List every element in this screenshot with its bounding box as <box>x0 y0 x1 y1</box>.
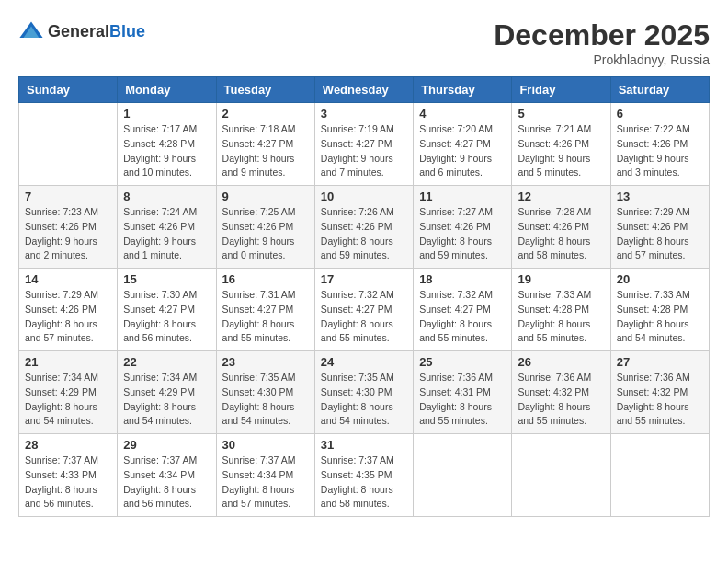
column-header-tuesday: Tuesday <box>216 77 314 103</box>
calendar-cell: 3Sunrise: 7:19 AMSunset: 4:27 PMDaylight… <box>314 103 413 186</box>
calendar-cell: 19Sunrise: 7:33 AMSunset: 4:28 PMDayligh… <box>512 269 610 351</box>
day-info: Sunrise: 7:23 AMSunset: 4:26 PMDaylight:… <box>25 205 111 263</box>
day-info: Sunrise: 7:37 AMSunset: 4:33 PMDaylight:… <box>25 454 111 511</box>
day-number: 21 <box>25 355 111 369</box>
day-info: Sunrise: 7:36 AMSunset: 4:32 PMDaylight:… <box>518 371 604 429</box>
day-info: Sunrise: 7:24 AMSunset: 4:26 PMDaylight:… <box>123 205 210 263</box>
calendar-cell: 14Sunrise: 7:29 AMSunset: 4:26 PMDayligh… <box>19 269 118 351</box>
logo-text: General Blue <box>48 22 145 41</box>
day-info: Sunrise: 7:36 AMSunset: 4:32 PMDaylight:… <box>617 371 703 429</box>
calendar-cell: 8Sunrise: 7:24 AMSunset: 4:26 PMDaylight… <box>118 186 216 269</box>
day-number: 30 <box>222 438 309 452</box>
day-info: Sunrise: 7:28 AMSunset: 4:26 PMDaylight:… <box>518 205 604 263</box>
day-number: 19 <box>518 272 604 286</box>
day-info: Sunrise: 7:33 AMSunset: 4:28 PMDaylight:… <box>617 288 703 346</box>
day-number: 8 <box>123 190 210 203</box>
calendar-cell: 2Sunrise: 7:18 AMSunset: 4:27 PMDaylight… <box>216 103 314 186</box>
day-number: 2 <box>222 107 309 121</box>
calendar-week-row: 7Sunrise: 7:23 AMSunset: 4:26 PMDaylight… <box>19 186 710 269</box>
calendar-cell: 16Sunrise: 7:31 AMSunset: 4:27 PMDayligh… <box>216 269 314 351</box>
calendar-cell <box>512 434 610 517</box>
calendar-cell: 26Sunrise: 7:36 AMSunset: 4:32 PMDayligh… <box>512 351 610 434</box>
day-info: Sunrise: 7:27 AMSunset: 4:26 PMDaylight:… <box>419 205 506 263</box>
day-info: Sunrise: 7:32 AMSunset: 4:27 PMDaylight:… <box>321 288 407 346</box>
day-number: 25 <box>419 355 506 369</box>
logo-general: General <box>48 22 109 41</box>
day-info: Sunrise: 7:19 AMSunset: 4:27 PMDaylight:… <box>321 122 407 180</box>
calendar-cell <box>19 103 118 186</box>
calendar-cell: 22Sunrise: 7:34 AMSunset: 4:29 PMDayligh… <box>118 351 216 434</box>
calendar-week-row: 14Sunrise: 7:29 AMSunset: 4:26 PMDayligh… <box>19 269 710 351</box>
day-number: 4 <box>419 107 506 121</box>
day-number: 29 <box>123 438 210 452</box>
calendar-cell: 25Sunrise: 7:36 AMSunset: 4:31 PMDayligh… <box>414 351 512 434</box>
day-info: Sunrise: 7:29 AMSunset: 4:26 PMDaylight:… <box>617 205 703 263</box>
day-number: 15 <box>123 272 210 286</box>
calendar-cell: 24Sunrise: 7:35 AMSunset: 4:30 PMDayligh… <box>314 351 413 434</box>
day-number: 17 <box>321 272 407 286</box>
day-info: Sunrise: 7:37 AMSunset: 4:34 PMDaylight:… <box>222 454 309 511</box>
calendar-cell: 15Sunrise: 7:30 AMSunset: 4:27 PMDayligh… <box>118 269 216 351</box>
day-number: 13 <box>617 190 703 203</box>
day-number: 28 <box>25 438 111 452</box>
day-info: Sunrise: 7:37 AMSunset: 4:35 PMDaylight:… <box>321 454 407 511</box>
day-info: Sunrise: 7:21 AMSunset: 4:26 PMDaylight:… <box>518 122 604 180</box>
day-info: Sunrise: 7:26 AMSunset: 4:26 PMDaylight:… <box>321 205 407 263</box>
day-number: 3 <box>321 107 407 121</box>
column-header-sunday: Sunday <box>19 77 118 103</box>
month-title: December 2025 <box>494 18 710 52</box>
logo-icon <box>18 18 44 44</box>
day-number: 11 <box>419 190 506 203</box>
calendar-cell: 12Sunrise: 7:28 AMSunset: 4:26 PMDayligh… <box>512 186 610 269</box>
calendar-cell: 6Sunrise: 7:22 AMSunset: 4:26 PMDaylight… <box>610 103 709 186</box>
day-info: Sunrise: 7:34 AMSunset: 4:29 PMDaylight:… <box>123 371 210 429</box>
calendar-cell: 23Sunrise: 7:35 AMSunset: 4:30 PMDayligh… <box>216 351 314 434</box>
day-info: Sunrise: 7:32 AMSunset: 4:27 PMDaylight:… <box>419 288 506 346</box>
calendar-table: SundayMondayTuesdayWednesdayThursdayFrid… <box>18 76 710 517</box>
calendar-cell: 7Sunrise: 7:23 AMSunset: 4:26 PMDaylight… <box>19 186 118 269</box>
day-number: 1 <box>123 107 210 121</box>
day-number: 20 <box>617 272 703 286</box>
calendar-cell: 5Sunrise: 7:21 AMSunset: 4:26 PMDaylight… <box>512 103 610 186</box>
calendar-cell: 21Sunrise: 7:34 AMSunset: 4:29 PMDayligh… <box>19 351 118 434</box>
calendar-cell: 20Sunrise: 7:33 AMSunset: 4:28 PMDayligh… <box>610 269 709 351</box>
day-info: Sunrise: 7:36 AMSunset: 4:31 PMDaylight:… <box>419 371 506 429</box>
day-number: 24 <box>321 355 407 369</box>
page-header: General Blue December 2025 Prokhladnyy, … <box>18 18 710 67</box>
calendar-cell: 9Sunrise: 7:25 AMSunset: 4:26 PMDaylight… <box>216 186 314 269</box>
calendar-header-row: SundayMondayTuesdayWednesdayThursdayFrid… <box>19 77 710 103</box>
day-info: Sunrise: 7:29 AMSunset: 4:26 PMDaylight:… <box>25 288 111 346</box>
day-number: 27 <box>617 355 703 369</box>
column-header-monday: Monday <box>118 77 216 103</box>
calendar-cell: 28Sunrise: 7:37 AMSunset: 4:33 PMDayligh… <box>19 434 118 517</box>
calendar-cell: 29Sunrise: 7:37 AMSunset: 4:34 PMDayligh… <box>118 434 216 517</box>
calendar-cell: 27Sunrise: 7:36 AMSunset: 4:32 PMDayligh… <box>610 351 709 434</box>
day-number: 23 <box>222 355 309 369</box>
calendar-cell: 18Sunrise: 7:32 AMSunset: 4:27 PMDayligh… <box>414 269 512 351</box>
calendar-cell: 4Sunrise: 7:20 AMSunset: 4:27 PMDaylight… <box>414 103 512 186</box>
calendar-cell <box>610 434 709 517</box>
calendar-cell: 1Sunrise: 7:17 AMSunset: 4:28 PMDaylight… <box>118 103 216 186</box>
day-info: Sunrise: 7:33 AMSunset: 4:28 PMDaylight:… <box>518 288 604 346</box>
day-number: 9 <box>222 190 309 203</box>
day-number: 5 <box>518 107 604 121</box>
calendar-cell: 11Sunrise: 7:27 AMSunset: 4:26 PMDayligh… <box>414 186 512 269</box>
day-info: Sunrise: 7:35 AMSunset: 4:30 PMDaylight:… <box>321 371 407 429</box>
day-info: Sunrise: 7:18 AMSunset: 4:27 PMDaylight:… <box>222 122 309 180</box>
day-info: Sunrise: 7:37 AMSunset: 4:34 PMDaylight:… <box>123 454 210 511</box>
column-header-saturday: Saturday <box>610 77 709 103</box>
day-info: Sunrise: 7:31 AMSunset: 4:27 PMDaylight:… <box>222 288 309 346</box>
column-header-friday: Friday <box>512 77 610 103</box>
day-number: 7 <box>25 190 111 203</box>
column-header-wednesday: Wednesday <box>314 77 413 103</box>
calendar-week-row: 28Sunrise: 7:37 AMSunset: 4:33 PMDayligh… <box>19 434 710 517</box>
day-number: 14 <box>25 272 111 286</box>
day-info: Sunrise: 7:35 AMSunset: 4:30 PMDaylight:… <box>222 371 309 429</box>
title-area: December 2025 Prokhladnyy, Russia <box>494 18 710 67</box>
calendar-cell: 30Sunrise: 7:37 AMSunset: 4:34 PMDayligh… <box>216 434 314 517</box>
logo-blue: Blue <box>109 22 145 41</box>
logo: General Blue <box>18 18 145 44</box>
day-number: 22 <box>123 355 210 369</box>
day-info: Sunrise: 7:17 AMSunset: 4:28 PMDaylight:… <box>123 122 210 180</box>
calendar-cell: 13Sunrise: 7:29 AMSunset: 4:26 PMDayligh… <box>610 186 709 269</box>
